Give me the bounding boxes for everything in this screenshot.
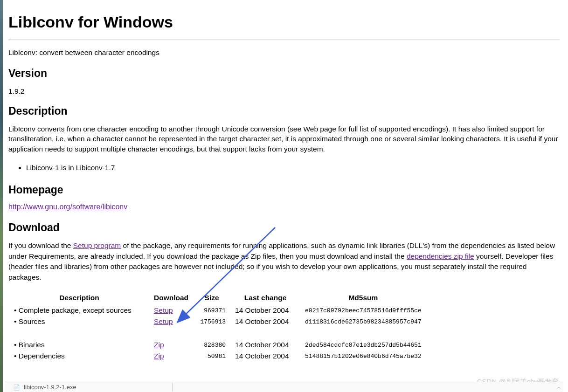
row-desc: Binaries bbox=[9, 339, 149, 351]
row-date: 14 October 2004 bbox=[230, 339, 300, 351]
dependencies-zip-link[interactable]: dependencies zip file bbox=[407, 252, 474, 260]
spacer-row bbox=[9, 327, 426, 339]
zip-link[interactable]: Zip bbox=[154, 352, 164, 360]
table-row: Dependencies Zip 50981 14 October 2004 5… bbox=[9, 351, 426, 362]
row-md5: 2ded584cdcfc87e1e3db257dd5b44651 bbox=[300, 339, 426, 351]
row-date: 14 October 2004 bbox=[230, 316, 300, 327]
row-date: 14 October 2004 bbox=[230, 305, 300, 316]
table-header-row: Description Download Size Last change Md… bbox=[9, 292, 426, 305]
download-paragraph: If you download the Setup program of the… bbox=[8, 241, 560, 282]
downloads-table: Description Download Size Last change Md… bbox=[9, 292, 426, 362]
table-row: Binaries Zip 828380 14 October 2004 2ded… bbox=[9, 339, 426, 351]
homepage-link[interactable]: http://www.gnu.org/software/libiconv bbox=[8, 203, 127, 211]
col-description: Description bbox=[9, 292, 149, 305]
version-heading: Version bbox=[8, 67, 560, 80]
download-heading: Download bbox=[8, 221, 560, 234]
chevron-up-icon[interactable]: ︿ bbox=[556, 384, 561, 391]
col-download: Download bbox=[149, 292, 193, 305]
download-text-pre: If you download the bbox=[8, 241, 73, 249]
row-size: 1756913 bbox=[193, 316, 230, 327]
col-md5sum: Md5sum bbox=[300, 292, 426, 305]
setup-link[interactable]: Setup bbox=[154, 306, 173, 314]
row-size: 50981 bbox=[193, 351, 230, 362]
col-size: Size bbox=[193, 292, 230, 305]
row-md5: 51488157b1202e06e840b6d745a7be32 bbox=[300, 351, 426, 362]
description-heading: Description bbox=[8, 105, 560, 117]
row-desc: Complete package, except sources bbox=[9, 305, 149, 316]
table-row: Complete package, except sources Setup 9… bbox=[9, 305, 426, 316]
browser-download-bar[interactable]: 📄 libiconv-1.9.2-1.exe ︿ bbox=[5, 382, 563, 392]
row-desc: Dependencies bbox=[9, 351, 149, 362]
col-last-change: Last change bbox=[230, 292, 300, 305]
description-list: Libiconv-1 is in Libiconv-1.7 bbox=[26, 163, 560, 173]
page-title: LibIconv for Windows bbox=[8, 13, 560, 31]
window-edge bbox=[0, 0, 3, 392]
separator bbox=[172, 383, 173, 392]
title-divider bbox=[8, 40, 560, 40]
table-row: Sources Setup 1756913 14 October 2004 d1… bbox=[9, 316, 426, 327]
description-text: LibIconv converts from one character enc… bbox=[8, 124, 560, 154]
download-filename: libiconv-1.9.2-1.exe bbox=[24, 384, 76, 391]
row-desc: Sources bbox=[9, 316, 149, 327]
row-size: 969371 bbox=[193, 305, 230, 316]
setup-program-link[interactable]: Setup program bbox=[73, 241, 121, 249]
setup-link[interactable]: Setup bbox=[154, 317, 173, 325]
list-item: Libiconv-1 is in Libiconv-1.7 bbox=[26, 163, 560, 173]
homepage-heading: Homepage bbox=[8, 184, 560, 196]
download-icon: 📄 bbox=[13, 384, 20, 391]
row-date: 14 October 2004 bbox=[230, 351, 300, 362]
zip-link[interactable]: Zip bbox=[154, 341, 164, 349]
version-value: 1.9.2 bbox=[8, 86, 560, 96]
row-size: 828380 bbox=[193, 339, 230, 351]
intro-text: LibIconv: convert between character enco… bbox=[8, 48, 560, 57]
row-md5: d1118316cde62735b98234885957c947 bbox=[300, 316, 426, 327]
row-md5: e0217c09792beec74578516d9fff55ce bbox=[300, 305, 426, 316]
